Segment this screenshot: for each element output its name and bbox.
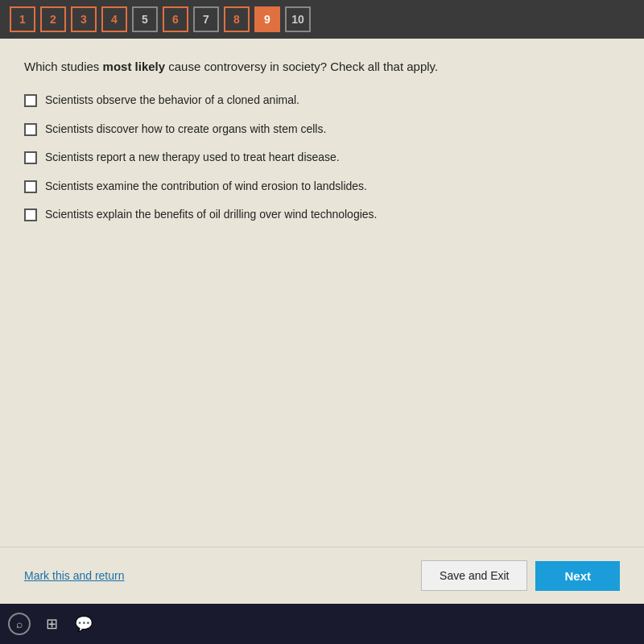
pagination-bar: 1 2 3 4 5 6 7 8 9 10 (0, 0, 644, 39)
option-item-1[interactable]: Scientists observe the behavior of a clo… (24, 93, 620, 109)
page-4[interactable]: 4 (101, 6, 127, 32)
main-content: Which studies most likely cause controve… (0, 39, 644, 547)
page-6[interactable]: 6 (163, 6, 188, 32)
question-text: Which studies most likely cause controve… (24, 58, 620, 75)
screen: 1 2 3 4 5 6 7 8 9 10 Which studies most … (0, 0, 644, 644)
option-item-5[interactable]: Scientists explain the benefits of oil d… (24, 207, 620, 223)
options-list: Scientists observe the behavior of a clo… (24, 93, 620, 530)
footer: Mark this and return Save and Exit Next (0, 547, 644, 604)
checkbox-2[interactable] (24, 123, 37, 136)
mark-return-button[interactable]: Mark this and return (24, 569, 125, 582)
save-exit-button[interactable]: Save and Exit (421, 560, 527, 591)
option-item-4[interactable]: Scientists examine the contribution of w… (24, 179, 620, 195)
option-label-5: Scientists explain the benefits of oil d… (45, 207, 377, 223)
option-label-3: Scientists report a new therapy used to … (45, 150, 340, 166)
checkbox-1[interactable] (24, 94, 37, 107)
option-label-2: Scientists discover how to create organs… (45, 122, 326, 138)
page-2[interactable]: 2 (40, 6, 66, 32)
page-7[interactable]: 7 (193, 6, 219, 32)
checkbox-4[interactable] (24, 180, 37, 193)
page-1[interactable]: 1 (10, 6, 35, 32)
page-9-current[interactable]: 9 (254, 6, 280, 32)
footer-buttons: Save and Exit Next (421, 560, 620, 591)
taskbar-files-icon[interactable]: ⊞ (40, 613, 63, 635)
taskbar-chat-icon[interactable]: 💬 (72, 613, 95, 635)
option-item-2[interactable]: Scientists discover how to create organs… (24, 122, 620, 138)
option-item-3[interactable]: Scientists report a new therapy used to … (24, 150, 620, 166)
search-icon[interactable]: ⌕ (8, 613, 31, 635)
taskbar: ⌕ ⊞ 💬 (0, 604, 644, 644)
page-5[interactable]: 5 (132, 6, 158, 32)
checkbox-5[interactable] (24, 208, 37, 221)
checkbox-3[interactable] (24, 151, 37, 164)
question-bold: most likely (103, 60, 166, 73)
option-label-1: Scientists observe the behavior of a clo… (45, 93, 299, 109)
next-button[interactable]: Next (535, 561, 620, 591)
option-label-4: Scientists examine the contribution of w… (45, 179, 367, 195)
page-10[interactable]: 10 (285, 6, 311, 32)
page-8[interactable]: 8 (224, 6, 250, 32)
page-3[interactable]: 3 (71, 6, 97, 32)
